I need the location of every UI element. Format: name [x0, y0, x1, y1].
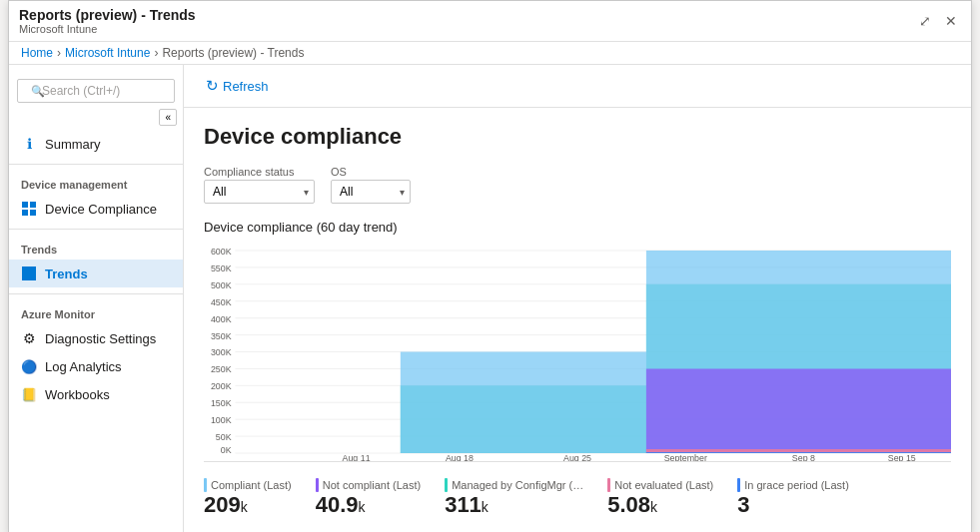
svg-rect-1	[30, 202, 36, 208]
breadcrumb-home[interactable]: Home	[21, 46, 53, 60]
app-window: Reports (preview) - Trends Microsoft Int…	[8, 0, 972, 532]
sidebar-item-label: Device Compliance	[45, 202, 157, 217]
chart-section: Device compliance (60 day trend) 600K 55…	[204, 220, 951, 516]
legend-value-configmgr: 311k	[445, 494, 583, 516]
svg-text:500K: 500K	[211, 280, 232, 290]
svg-text:550K: 550K	[211, 264, 232, 273]
svg-text:250K: 250K	[211, 364, 232, 374]
compliance-status-label: Compliance status	[204, 166, 315, 178]
info-icon: ℹ	[21, 136, 37, 152]
legend-unit-configmgr: k	[482, 499, 489, 515]
trends-icon	[21, 266, 37, 281]
legend-value-compliant: 209k	[204, 494, 292, 516]
legend-not-evaluated: Not evaluated (Last) 5.08k	[607, 478, 713, 516]
svg-rect-0	[22, 202, 28, 208]
chart-container: 600K 550K 500K 450K 400K 350K 300K 250K …	[204, 243, 951, 462]
window-title: Reports (preview) - Trends	[19, 7, 196, 23]
search-container: 🔍	[17, 79, 175, 103]
diagnostic-settings-icon: ⚙	[21, 330, 37, 346]
legend-label-compliant: Compliant (Last)	[211, 479, 292, 491]
svg-text:0K: 0K	[221, 445, 232, 455]
legend-label-not-evaluated: Not evaluated (Last)	[614, 479, 713, 491]
svg-text:100K: 100K	[211, 415, 232, 425]
os-filter: OS All Windows iOS Android macOS	[331, 166, 411, 204]
refresh-button[interactable]: ↻ Refresh	[200, 73, 275, 99]
svg-rect-2	[22, 210, 28, 216]
legend-label-configmgr: Managed by ConfigMgr (…	[452, 479, 583, 491]
sidebar-item-trends[interactable]: Trends	[9, 260, 183, 287]
log-analytics-icon: 🔵	[21, 358, 37, 374]
compliance-status-select-wrapper: All Compliant Not compliant Not evaluate…	[204, 180, 315, 204]
sidebar-item-label: Workbooks	[45, 387, 110, 402]
main-layout: 🔍 « ℹ Summary Device management Device	[9, 65, 971, 532]
legend-unit-compliant: k	[241, 499, 248, 515]
sidebar-item-log-analytics[interactable]: 🔵 Log Analytics	[9, 352, 183, 380]
sidebar-item-diagnostic-settings[interactable]: ⚙ Diagnostic Settings	[9, 324, 183, 352]
legend-value-grace-period: 3	[737, 494, 849, 516]
legend-color-not-compliant	[316, 478, 319, 492]
sidebar-item-summary[interactable]: ℹ Summary	[9, 130, 183, 158]
breadcrumb: Home › Microsoft Intune › Reports (previ…	[9, 42, 971, 65]
svg-text:Aug 25: Aug 25	[563, 453, 591, 461]
legend-value-not-evaluated: 5.08k	[607, 494, 713, 516]
maximize-button[interactable]: ⤢	[915, 11, 935, 31]
legend-label-grace-period: In grace period (Last)	[744, 479, 849, 491]
close-button[interactable]: ✕	[941, 11, 961, 31]
sidebar-section-trends: Trends	[9, 236, 183, 260]
device-compliance-icon	[21, 201, 37, 217]
content-toolbar: ↻ Refresh	[184, 65, 971, 108]
legend-configmgr: Managed by ConfigMgr (… 311k	[445, 478, 583, 516]
breadcrumb-current: Reports (preview) - Trends	[162, 46, 304, 60]
compliance-status-select[interactable]: All Compliant Not compliant Not evaluate…	[204, 180, 315, 204]
svg-text:600K: 600K	[211, 247, 232, 257]
sidebar-section-device-management: Device management	[9, 171, 183, 195]
divider-3	[9, 293, 183, 294]
svg-text:300K: 300K	[211, 347, 232, 357]
legend-unit-not-evaluated: k	[650, 499, 657, 515]
legend-grace-period: In grace period (Last) 3	[737, 478, 849, 516]
chart-legend: Compliant (Last) 209k Not compliant (Las…	[204, 478, 951, 516]
chart-svg: 600K 550K 500K 450K 400K 350K 300K 250K …	[204, 243, 951, 461]
sidebar: 🔍 « ℹ Summary Device management Device	[9, 65, 184, 532]
legend-color-configmgr	[445, 478, 448, 492]
sidebar-item-label: Trends	[45, 266, 88, 281]
sidebar-item-workbooks[interactable]: 📒 Workbooks	[9, 380, 183, 408]
refresh-icon: ↻	[206, 77, 219, 95]
workbooks-icon: 📒	[21, 386, 37, 402]
os-select[interactable]: All Windows iOS Android macOS	[331, 180, 411, 204]
sidebar-section-azure-monitor: Azure Monitor	[9, 300, 183, 324]
chart-title: Device compliance (60 day trend)	[204, 220, 951, 235]
sidebar-item-device-compliance[interactable]: Device Compliance	[9, 195, 183, 223]
filter-row: Compliance status All Compliant Not comp…	[204, 166, 951, 204]
legend-value-not-compliant: 40.9k	[316, 494, 421, 516]
page-title: Device compliance	[204, 124, 951, 150]
svg-marker-33	[646, 368, 951, 453]
compliance-status-filter: Compliance status All Compliant Not comp…	[204, 166, 315, 204]
sidebar-collapse-button[interactable]: «	[159, 109, 177, 126]
refresh-label: Refresh	[223, 79, 269, 94]
divider-1	[9, 164, 183, 165]
svg-text:450K: 450K	[211, 297, 232, 307]
legend-color-grace-period	[737, 478, 740, 492]
sidebar-item-label: Summary	[45, 137, 101, 152]
legend-label-not-compliant: Not compliant (Last)	[323, 479, 421, 491]
sidebar-item-label: Log Analytics	[45, 359, 122, 374]
legend-color-compliant	[204, 478, 207, 492]
svg-text:Aug 11: Aug 11	[343, 453, 371, 461]
breadcrumb-intune[interactable]: Microsoft Intune	[65, 46, 150, 60]
svg-text:400K: 400K	[211, 314, 232, 324]
legend-color-not-evaluated	[607, 478, 610, 492]
search-icon: 🔍	[31, 85, 45, 98]
svg-text:350K: 350K	[211, 331, 232, 341]
sidebar-search-wrapper: 🔍	[9, 73, 183, 109]
svg-rect-4	[22, 266, 36, 280]
window-subtitle: Microsoft Intune	[19, 23, 196, 35]
svg-text:Sep 8: Sep 8	[792, 453, 815, 461]
svg-text:Aug 18: Aug 18	[446, 453, 474, 461]
svg-text:50K: 50K	[216, 432, 232, 442]
divider-2	[9, 229, 183, 230]
legend-not-compliant: Not compliant (Last) 40.9k	[316, 478, 421, 516]
os-select-wrapper: All Windows iOS Android macOS	[331, 180, 411, 204]
content-area: ↻ Refresh Device compliance Compliance s…	[184, 65, 971, 532]
os-label: OS	[331, 166, 411, 178]
